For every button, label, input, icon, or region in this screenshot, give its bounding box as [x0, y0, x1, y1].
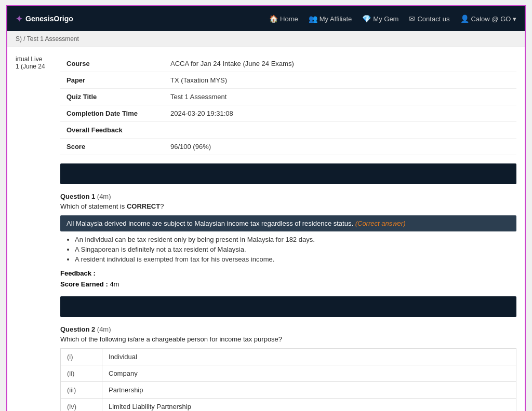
main-content: irtual Live 1 (June 24 Course ACCA for J…	[7, 47, 525, 411]
option-roman-3: (iii)	[61, 382, 102, 399]
section-divider-1	[60, 163, 516, 184]
question-1-marks: (4m)	[97, 193, 111, 200]
list-item: A Singaporean is definitely not a tax re…	[75, 244, 516, 254]
quiz-info-table: Course ACCA for Jan 24 Intake (June 24 E…	[60, 56, 516, 155]
sidebar-line1: irtual Live	[16, 56, 52, 63]
value-completion-date: 2024-03-20 19:31:08	[164, 105, 516, 122]
option-value-1: Individual	[102, 349, 516, 365]
brand-icon: ✦	[16, 14, 22, 24]
sidebar: irtual Live 1 (June 24	[16, 56, 52, 411]
question-2-marks: (4m)	[97, 325, 111, 333]
table-row: (iv) Limited Liability Partnership	[61, 399, 516, 412]
gem-icon: 💎	[362, 15, 371, 23]
table-row: Quiz Title Test 1 Assessment	[60, 89, 516, 105]
nav-home[interactable]: 🏠 Home	[269, 15, 298, 23]
value-paper: TX (Taxation MYS)	[164, 72, 516, 89]
option-roman-4: (iv)	[61, 399, 102, 412]
value-score: 96/100 (96%)	[164, 139, 516, 155]
navbar: ✦ GenesisOrigo 🏠 Home 👥 My Affiliate 💎 M…	[7, 6, 525, 31]
table-row: (iii) Partnership	[61, 382, 516, 399]
feedback-section: Feedback :	[60, 269, 516, 277]
score-earned-label: Score Earned :	[60, 280, 108, 288]
table-row: (i) Individual	[61, 349, 516, 365]
sidebar-line2: 1 (June 24	[16, 63, 52, 70]
label-paper: Paper	[60, 72, 164, 89]
nav-user-label: Calow @ GO ▾	[471, 15, 516, 23]
brand-name: GenesisOrigo	[25, 15, 73, 23]
nav-affiliate[interactable]: 👥 My Affiliate	[309, 15, 352, 23]
correct-answer-label: (Correct answer)	[355, 220, 406, 227]
breadcrumb: S) / Test 1 Assessment	[7, 31, 525, 47]
nav-links: 🏠 Home 👥 My Affiliate 💎 My Gem ✉ Contact…	[269, 15, 516, 23]
table-row: Paper TX (Taxation MYS)	[60, 72, 516, 89]
nav-user[interactable]: 👤 Calow @ GO ▾	[460, 15, 516, 23]
score-earned-value: 4m	[110, 280, 119, 288]
question-1-number: Question 1	[60, 193, 95, 200]
options-table: (i) Individual (ii) Company (iii) Partne…	[60, 348, 516, 411]
option-roman-2: (ii)	[61, 365, 102, 382]
list-item: An individual can be tax resident only b…	[75, 235, 516, 244]
table-row: Completion Date Time 2024-03-20 19:31:08	[60, 105, 516, 122]
label-score: Score	[60, 139, 164, 155]
value-course: ACCA for Jan 24 Intake (June 24 Exams)	[164, 56, 516, 72]
feedback-label: Feedback :	[60, 269, 96, 277]
table-row: Course ACCA for Jan 24 Intake (June 24 E…	[60, 56, 516, 72]
breadcrumb-separator: /	[23, 35, 25, 43]
option-value-2: Company	[102, 365, 516, 382]
label-completion-date: Completion Date Time	[60, 105, 164, 122]
table-row: Score 96/100 (96%)	[60, 139, 516, 155]
nav-affiliate-label: My Affiliate	[320, 15, 352, 23]
affiliate-icon: 👥	[309, 15, 317, 23]
table-row: Overall Feedback	[60, 122, 516, 139]
question-2-header: Question 2 (4m)	[60, 325, 516, 333]
nav-gem[interactable]: 💎 My Gem	[362, 15, 398, 23]
section-divider-2	[60, 296, 516, 317]
question-1-header: Question 1 (4m)	[60, 193, 516, 200]
list-item: A resident individual is exempted from t…	[75, 254, 516, 264]
answer-correct: All Malaysia derived income are subject …	[60, 215, 516, 231]
value-overall-feedback	[164, 122, 516, 139]
nav-gem-label: My Gem	[373, 15, 398, 23]
brand-logo[interactable]: ✦ GenesisOrigo	[16, 14, 73, 24]
option-value-4: Limited Liability Partnership	[102, 399, 516, 412]
nav-contact[interactable]: ✉ Contact us	[409, 15, 449, 23]
answer-list: An individual can be tax resident only b…	[60, 235, 516, 264]
mail-icon: ✉	[409, 15, 415, 23]
question-1-section: Question 1 (4m) Which of statement is CO…	[60, 193, 516, 288]
score-earned-section: Score Earned : 4m	[60, 280, 516, 288]
nav-contact-label: Contact us	[417, 15, 449, 23]
content-area: Course ACCA for Jan 24 Intake (June 24 E…	[60, 56, 516, 411]
table-row: (ii) Company	[61, 365, 516, 382]
breadcrumb-current: Test 1 Assessment	[27, 35, 79, 43]
user-icon: 👤	[460, 15, 469, 23]
home-icon: 🏠	[269, 15, 278, 23]
nav-home-label: Home	[280, 15, 298, 23]
label-overall-feedback: Overall Feedback	[60, 122, 164, 139]
question-1-text: Which of statement is CORRECT?	[60, 202, 516, 210]
correct-answer-text: All Malaysia derived income are subject …	[66, 220, 353, 227]
value-quiz-title: Test 1 Assessment	[164, 89, 516, 105]
label-course: Course	[60, 56, 164, 72]
breadcrumb-parent[interactable]: S)	[16, 35, 23, 43]
option-value-3: Partnership	[102, 382, 516, 399]
option-roman-1: (i)	[61, 349, 102, 365]
question-2-text: Which of the following is/are a chargeab…	[60, 335, 516, 343]
question-2-number: Question 2	[60, 325, 95, 333]
label-quiz-title: Quiz Title	[60, 89, 164, 105]
question-2-section: Question 2 (4m) Which of the following i…	[60, 325, 516, 411]
